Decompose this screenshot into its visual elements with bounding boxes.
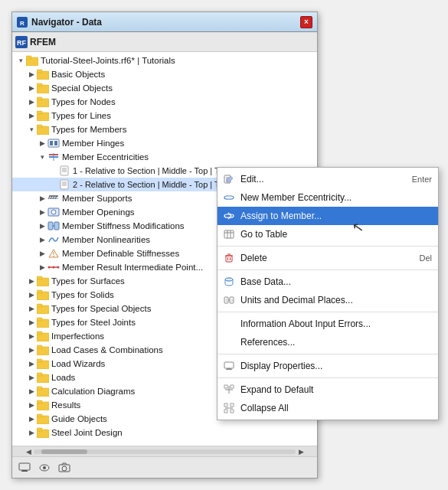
svg-point-76 [43, 466, 46, 469]
ctx-units[interactable]: 1 .0 Units and Decimal Places... [217, 291, 438, 309]
info-icon-spacer [222, 317, 236, 331]
ctx-expand[interactable]: Expand to Default [217, 381, 438, 399]
svg-rect-7 [37, 70, 42, 73]
ctx-base-data[interactable]: Base Data... [217, 273, 438, 291]
table-icon [222, 227, 236, 241]
item-label: Types for Lines [51, 111, 111, 120]
expand-icon[interactable]: ▶ [37, 262, 47, 273]
ctx-delete[interactable]: Delete Del [217, 249, 438, 267]
horizontal-scrollbar[interactable]: ◀ ▶ [12, 446, 317, 456]
folder-icon [37, 399, 49, 411]
expand-icon[interactable]: ▶ [37, 248, 47, 259]
display-icon-btn[interactable] [17, 460, 32, 475]
titlebar-left: R Navigator - Data [17, 17, 102, 28]
expand-icon[interactable]: ▶ [26, 427, 37, 438]
tree-item-hinges[interactable]: ▶ Member Hinges [12, 136, 317, 150]
svg-rect-74 [21, 471, 28, 472]
item-label: Special Objects [51, 83, 113, 93]
expand-icon[interactable]: ▶ [26, 96, 37, 107]
expand-icon[interactable]: ▶ [37, 193, 47, 204]
expand-icon[interactable]: ▶ [26, 358, 37, 369]
expand-icon-file[interactable]: ▾ [15, 55, 26, 66]
camera-icon-btn[interactable] [57, 460, 72, 475]
tree-item-steel-design[interactable]: ▶ Steel Joint Design [12, 426, 317, 439]
svg-point-37 [51, 210, 56, 214]
expand-icon[interactable]: ▶ [37, 220, 47, 231]
tree-item-basic-objects[interactable]: ▶ Basic Objects [12, 67, 317, 81]
expand-icon[interactable]: ▶ [26, 413, 37, 424]
tree-item-eccentricities[interactable]: ▾ Member Eccentricities [12, 150, 317, 164]
folder-icon [37, 275, 49, 287]
separator-1 [217, 246, 438, 247]
svg-rect-111 [226, 369, 232, 370]
tree-item-special-objects[interactable]: ▶ Special Objects [12, 81, 317, 95]
svg-point-45 [48, 266, 51, 269]
item-label: Member Openings [62, 207, 135, 217]
tree-item-file[interactable]: ▾ Tutorial-Steel-Joints.rf6* | Tutorials [12, 54, 317, 67]
bottom-toolbar [12, 456, 317, 478]
collapse-icon [222, 401, 236, 415]
tree-item-lines[interactable]: ▶ Types for Lines [12, 109, 317, 122]
item-label: Member Eccentricities [62, 152, 149, 162]
item-label: Member Stiffness Modifications [62, 221, 185, 230]
item-label: Types for Surfaces [51, 276, 125, 286]
ctx-references[interactable]: References... [217, 333, 438, 351]
svg-rect-15 [37, 125, 42, 128]
expand-icon[interactable]: ▶ [26, 331, 37, 341]
svg-rect-114 [224, 385, 227, 388]
ctx-edit[interactable]: Edit... Enter [217, 170, 438, 188]
expand-icon[interactable]: ▶ [26, 276, 37, 286]
item-label: Results [51, 400, 80, 410]
expand-icon[interactable]: ▶ [26, 400, 37, 410]
expand-icon[interactable]: ▶ [26, 303, 37, 314]
ctx-new-ecc[interactable]: New Member Eccentricity... [217, 188, 438, 207]
expand-icon[interactable]: ▶ [37, 138, 47, 149]
ctx-collapse[interactable]: Collapse All [217, 399, 438, 417]
expand-icon[interactable]: ▶ [26, 345, 37, 355]
item-label: Types for Solids [51, 290, 114, 299]
stiffness-icon [47, 220, 60, 232]
expand-icon[interactable]: ▶ [26, 110, 37, 121]
item-label: Types for Members [51, 125, 126, 134]
scrollbar-thumb[interactable] [41, 449, 87, 454]
folder-icon [37, 413, 49, 425]
expand-icon[interactable]: ▶ [26, 289, 37, 300]
expand-icon[interactable]: ▶ [26, 372, 37, 383]
folder-icon [37, 96, 49, 108]
scrollbar-track[interactable] [34, 449, 296, 454]
scroll-left-btn[interactable]: ◀ [23, 446, 34, 457]
support-icon [47, 192, 60, 204]
intermediate-icon [47, 261, 60, 273]
ctx-assign[interactable]: Assign to Member... [217, 207, 438, 225]
svg-rect-53 [37, 304, 42, 307]
expand-icon[interactable]: ▶ [37, 234, 47, 245]
svg-rect-39 [54, 222, 59, 230]
ctx-go-table[interactable]: Go to Table [217, 225, 438, 243]
toolbar-strip: RF RFEM [12, 32, 317, 52]
svg-rect-63 [37, 373, 42, 376]
go-table-label: Go to Table [240, 229, 412, 240]
item-label: Load Wizards [51, 359, 105, 368]
expand-icon[interactable]: ▶ [26, 83, 37, 93]
item-label: Guide Objects [51, 414, 107, 423]
eye-icon-btn[interactable] [37, 460, 52, 475]
close-button[interactable]: × [300, 16, 312, 28]
svg-rect-85 [227, 196, 231, 199]
expand-icon[interactable]: ▾ [37, 152, 47, 162]
expand-icon[interactable]: ▶ [26, 317, 37, 328]
svg-rect-115 [231, 385, 234, 388]
expand-icon[interactable]: ▾ [26, 124, 37, 135]
expand-icon[interactable]: ▶ [26, 386, 37, 397]
tree-item-members[interactable]: ▾ Types for Members [12, 122, 317, 136]
expand-icon[interactable]: ▶ [37, 207, 47, 217]
expand-icon[interactable]: ▶ [26, 69, 37, 80]
chain-icon [222, 191, 236, 204]
edit-shortcut: Enter [412, 175, 432, 184]
expand-icon-ctx [222, 383, 236, 397]
svg-rect-117 [224, 403, 227, 407]
scroll-right-btn[interactable]: ▶ [296, 446, 306, 457]
tree-item-nodes[interactable]: ▶ Types for Nodes [12, 95, 317, 109]
ctx-display-props[interactable]: Display Properties... [217, 357, 438, 375]
ctx-info-errors[interactable]: Information About Input Errors... [217, 315, 438, 333]
item-label: Member Hinges [62, 139, 124, 148]
